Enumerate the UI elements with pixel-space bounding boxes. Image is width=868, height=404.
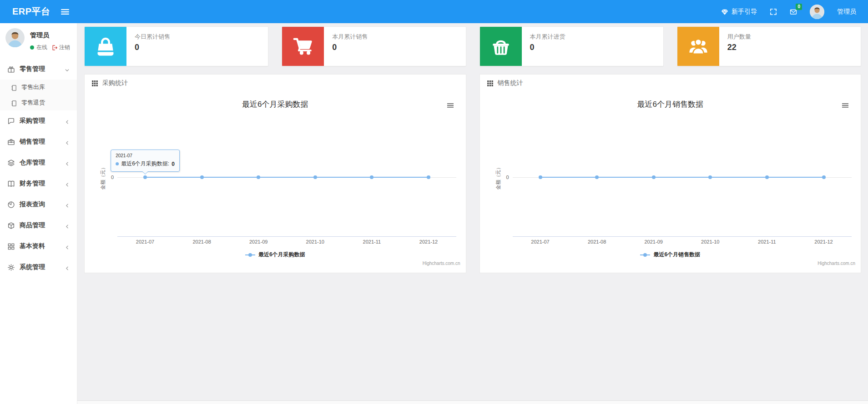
data-point-marker[interactable]: [313, 175, 317, 179]
highcharts-credits-link[interactable]: Highcharts.com.cn: [818, 261, 855, 266]
panel-sales-stats: 销售统计 最近6个月销售数据金额（元）02021-072021-082021-0…: [479, 74, 862, 273]
sidebar-item-purchase[interactable]: 采购管理: [0, 110, 77, 131]
data-point-marker[interactable]: [200, 175, 204, 179]
package-icon: [7, 222, 15, 229]
sidebar-item-warehouse[interactable]: 仓库管理: [0, 152, 77, 173]
sidebar-item-system[interactable]: 系统管理: [0, 257, 77, 278]
sidebar-item-goods[interactable]: 商品管理: [0, 215, 77, 236]
x-axis-label: 2021-09: [645, 239, 663, 244]
chevron-left-icon: [64, 244, 70, 250]
data-point-marker[interactable]: [708, 175, 712, 179]
data-point-marker[interactable]: [257, 175, 260, 179]
legend-item[interactable]: 最近6个月销售数据: [480, 251, 861, 259]
chevron-left-icon: [64, 203, 70, 209]
panel-purchase-stats: 采购统计 最近6个月采购数据金额（元）02021-072021-082021-0…: [84, 74, 466, 273]
y-axis-title: 金额（元）: [495, 165, 501, 190]
fullscreen-button[interactable]: [770, 8, 777, 15]
sidebar-item-retail-outbound[interactable]: 零售出库: [0, 80, 77, 95]
stat-card-month-purchase: 本月累计进货0: [479, 26, 664, 66]
chart-export-menu-button[interactable]: [842, 101, 849, 108]
data-point-marker[interactable]: [370, 175, 373, 179]
online-status-dot: [30, 45, 34, 50]
stat-card-value: 0: [332, 43, 368, 52]
top-navbar: ERP平台 新手引导 0 管理员: [0, 0, 868, 23]
data-point-marker[interactable]: [652, 175, 656, 179]
pie-icon: [7, 201, 15, 209]
bag-icon: [95, 36, 116, 57]
logout-link[interactable]: 注销: [51, 44, 70, 51]
book-icon: [7, 180, 15, 188]
footer-strip: [77, 400, 868, 404]
x-axis-label: 2021-08: [588, 239, 606, 244]
stat-card-label: 本月累计进货: [530, 33, 565, 41]
layers-icon: [7, 159, 15, 167]
stat-card-icon-box: [85, 27, 126, 66]
journal-icon: [10, 85, 17, 91]
navbar-right: 新手引导 0 管理员: [721, 5, 868, 19]
data-point-marker[interactable]: [765, 175, 769, 179]
x-axis-label: 2021-08: [192, 239, 211, 244]
data-point-marker[interactable]: [539, 175, 542, 179]
tooltip-value: 0: [172, 161, 175, 167]
sidebar-item-retail[interactable]: 零售管理: [0, 59, 77, 80]
gift-icon: [7, 65, 15, 73]
stat-card-icon-box: [282, 27, 324, 66]
sidebar-menu: 零售管理零售出库零售退货采购管理销售管理仓库管理财务管理报表查询商品管理基本资料…: [0, 59, 77, 278]
stat-cards-row: 今日累计销售0本月累计销售0本月累计进货0用户数量22: [84, 26, 861, 66]
navbar-avatar[interactable]: [810, 5, 824, 19]
stat-card-icon-box: [677, 27, 719, 66]
x-axis-label: 2021-12: [814, 239, 833, 244]
message-count-badge: 0: [796, 4, 802, 10]
sidebar-item-retail-return[interactable]: 零售退货: [0, 95, 77, 110]
stat-card-label: 本月累计销售: [332, 33, 368, 41]
guide-button[interactable]: 新手引导: [721, 8, 757, 16]
x-axis-label: 2021-11: [758, 239, 776, 244]
x-axis-label: 2021-09: [249, 239, 267, 244]
stat-card-value: 0: [530, 43, 565, 52]
comment-icon: [7, 117, 15, 125]
x-axis-label: 2021-11: [363, 239, 381, 244]
messages-button[interactable]: 0: [790, 8, 797, 15]
series-line: [145, 177, 429, 178]
data-point-marker[interactable]: [427, 175, 430, 179]
chart-title: 最近6个月销售数据: [480, 99, 861, 110]
legend-item[interactable]: 最近6个月采购数据: [85, 251, 466, 259]
stat-card-month-sales: 本月累计销售0: [282, 26, 466, 66]
sidebar-item-basic-data[interactable]: 基本资料: [0, 236, 77, 257]
users-icon: [688, 36, 709, 57]
charts-row: 采购统计 最近6个月采购数据金额（元）02021-072021-082021-0…: [84, 74, 861, 273]
sales-chart: 最近6个月销售数据金额（元）02021-072021-082021-092021…: [480, 92, 861, 273]
chevron-left-icon: [64, 182, 70, 188]
fullscreen-icon: [770, 8, 777, 15]
logout-icon: [51, 45, 58, 51]
sidebar-avatar[interactable]: [5, 28, 25, 47]
online-status-label: 在线: [36, 44, 47, 51]
th-icon: [487, 80, 494, 87]
sidebar: 管理员 在线 注销 零售管理零售出库零售退货采购管理销售管理仓库管理财务管理报表…: [0, 23, 77, 404]
main-content: 首页 今日累计销售0本月累计销售0本月累计进货0用户数量22 采购统计 最近6个…: [77, 0, 868, 404]
sidebar-item-reports[interactable]: 报表查询: [0, 194, 77, 215]
basket-icon: [490, 36, 511, 57]
grid-icon: [7, 243, 15, 250]
sidebar-item-sales[interactable]: 销售管理: [0, 131, 77, 152]
brand-title: ERP平台: [0, 5, 61, 18]
stat-card-icon-box: [480, 27, 522, 66]
x-axis-label: 2021-12: [419, 239, 438, 244]
sidebar-user-panel: 管理员 在线 注销: [0, 23, 77, 55]
x-axis-line: [117, 236, 456, 237]
stat-card-label: 用户数量: [727, 33, 751, 41]
data-point-marker[interactable]: [822, 175, 826, 179]
guide-label: 新手引导: [732, 8, 757, 16]
hamburger-icon: [61, 7, 70, 16]
x-axis-label: 2021-07: [531, 239, 549, 244]
navbar-user-name: 管理员: [837, 8, 856, 16]
sidebar-item-finance[interactable]: 财务管理: [0, 173, 77, 194]
data-point-marker[interactable]: [143, 175, 147, 179]
chart-export-menu-button[interactable]: [447, 101, 454, 108]
chevron-down-icon: [64, 67, 70, 73]
gear-icon: [7, 264, 15, 271]
highcharts-credits-link[interactable]: Highcharts.com.cn: [423, 261, 460, 266]
sidebar-toggle-button[interactable]: [61, 7, 70, 16]
data-point-marker[interactable]: [595, 175, 599, 179]
chart-tooltip: 2021-07最近6个月采购数据:0: [111, 150, 180, 172]
